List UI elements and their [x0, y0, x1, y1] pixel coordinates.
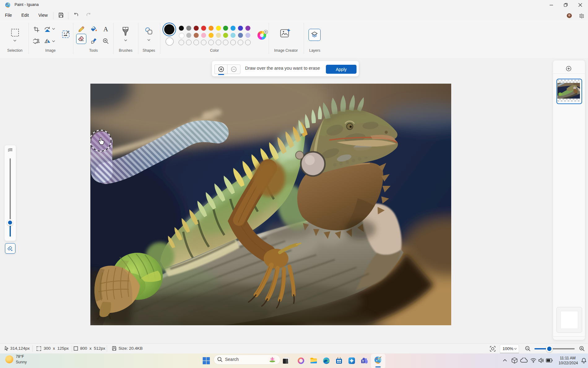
svg-text:A: A: [103, 26, 108, 32]
